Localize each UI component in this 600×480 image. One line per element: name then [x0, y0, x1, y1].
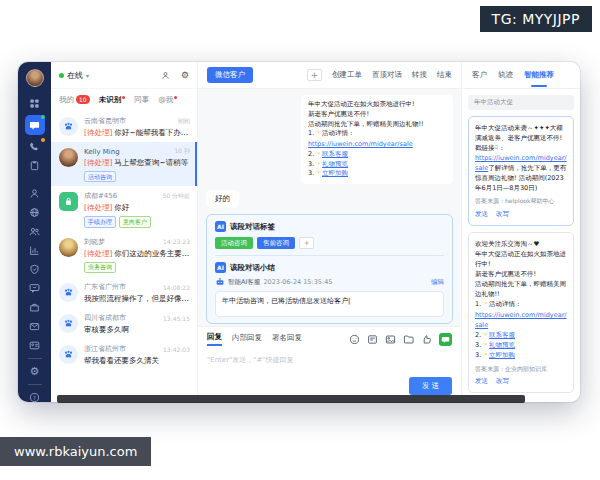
- rewrite-recommendation-link[interactable]: 改写: [496, 376, 509, 386]
- chevron-down-icon[interactable]: ▾: [86, 72, 89, 79]
- tab-colleagues[interactable]: 同事: [134, 95, 149, 105]
- recommend-link[interactable]: 礼物预览: [489, 340, 515, 350]
- recommend-link[interactable]: 立即加购: [489, 350, 515, 360]
- rewrite-recommendation-link[interactable]: 改写: [496, 209, 509, 219]
- pending-label: [待处理]: [84, 203, 112, 212]
- ai-icon: AI: [215, 221, 226, 232]
- paw-avatar: [59, 117, 78, 136]
- end-conversation-menu[interactable]: 结束: [437, 70, 452, 80]
- briefcase-icon[interactable]: [25, 299, 45, 316]
- send-recommendation-link[interactable]: 发送: [475, 376, 488, 386]
- list-item[interactable]: 云南省昆明市刚刚 [待处理]你好~能帮我看下办理的...: [51, 111, 197, 142]
- svg-text:?: ?: [33, 395, 36, 401]
- thumbs-up-icon[interactable]: [421, 334, 432, 345]
- status-bar: 在线 ▾ ⚙: [51, 62, 197, 89]
- reply-tab[interactable]: 回复: [207, 332, 222, 346]
- promo-link[interactable]: 联系客服: [322, 150, 348, 160]
- ai-tag[interactable]: 售前咨询: [257, 237, 295, 249]
- customer-avatar: [59, 148, 78, 167]
- call-icon[interactable]: [25, 138, 45, 155]
- team-icon[interactable]: [25, 223, 45, 240]
- app-window: ⚙ ? 在线 ▾ ⚙ 我的10 未识别 同事 @我: [18, 62, 580, 402]
- smile-chat-icon[interactable]: [25, 280, 45, 297]
- online-status-dot: [59, 73, 64, 78]
- tab-smart-recommend[interactable]: 智能推荐: [524, 70, 554, 80]
- ai-tag[interactable]: 活动咨询: [215, 237, 253, 249]
- window-bottom-bar: [57, 395, 525, 403]
- pointing-hand-icon: ☞: [315, 150, 321, 160]
- recommend-search-input[interactable]: 年中活动大促: [468, 95, 574, 110]
- settings-gear-icon[interactable]: ⚙: [25, 363, 45, 380]
- online-status-label[interactable]: 在线: [67, 70, 83, 81]
- tab-mentions[interactable]: @我: [158, 95, 177, 105]
- internal-reply-tab[interactable]: 内部回复: [232, 333, 262, 345]
- help-icon[interactable]: ?: [25, 389, 45, 402]
- outgoing-message: 年中大促活动正在如火如荼地进行中! 新老客户优惠送不停! 活动期间抢先下单，即赠…: [301, 95, 453, 184]
- composer: 回复 内部回复 署名回复 "Enter"发送，"#"快捷回复 发 送: [198, 326, 461, 402]
- unread-dot: [122, 96, 125, 99]
- conversation-tag: 业务咨询: [84, 262, 116, 273]
- list-item[interactable]: 刘晓梦14:23:23 [待处理]你们这边的业务主要有哪... 业务咨询: [51, 232, 197, 277]
- transfer-menu[interactable]: 转接: [412, 70, 427, 80]
- pending-label: [待处理]: [84, 249, 112, 258]
- list-item[interactable]: 成都#45650 分钟前 [待处理]你好 手续办理意向客户: [51, 186, 197, 231]
- ai-assistant-card: AI 该段对话标签 活动咨询 售前咨询 + AI 该段对话小结: [206, 214, 453, 324]
- nav-rail: ⚙ ?: [18, 62, 51, 402]
- pointing-hand-icon: ☞: [315, 129, 321, 139]
- globe-icon[interactable]: [25, 204, 45, 221]
- id-card-icon[interactable]: [25, 337, 45, 354]
- signed-reply-tab[interactable]: 署名回复: [272, 333, 302, 345]
- add-tag-button[interactable]: +: [299, 237, 314, 249]
- recommendation-card: 欢迎关注乐交海淘～♥ 年中大促活动正在如火如荼地进行中! 新老客户优惠送不停! …: [468, 232, 574, 393]
- shield-check-icon[interactable]: [25, 261, 45, 278]
- promo-link[interactable]: 立即加购: [322, 169, 348, 179]
- list-item[interactable]: 广东省广州市14:08:22 我按照流程操作了，但是好像还是...: [51, 277, 197, 308]
- list-item[interactable]: 浙江省杭州市13:42:03 帮我看看还要多久清关: [51, 339, 197, 370]
- ai-icon: AI: [215, 262, 226, 273]
- wechat-icon[interactable]: [439, 333, 452, 346]
- unread-dot: [174, 96, 177, 99]
- recommend-link[interactable]: 联系客服: [489, 330, 515, 340]
- promo-link[interactable]: 礼物预览: [322, 160, 348, 170]
- user-avatar[interactable]: [26, 69, 44, 87]
- send-button[interactable]: 发 送: [409, 377, 452, 395]
- wechat-customer-button[interactable]: 微信客户: [207, 67, 253, 83]
- pin-conversation-menu[interactable]: 置顶对话: [372, 70, 402, 80]
- text-cursor: |: [348, 297, 350, 305]
- chat-panel: 微信客户 + 创建工单 置顶对话 转接 结束 年中大促活动正在如火如荼地进行中!…: [198, 62, 461, 402]
- chat-icon[interactable]: [25, 115, 45, 135]
- list-item[interactable]: 四川省成都市13:45:15 审核要多久啊: [51, 308, 197, 339]
- emoji-icon[interactable]: [349, 334, 360, 345]
- recommend-link[interactable]: https://iuwein.com/midyear/sale: [475, 310, 567, 330]
- dashboard-grid-icon[interactable]: [25, 95, 45, 112]
- rail-divider: [28, 384, 42, 385]
- contact-icon[interactable]: [25, 185, 45, 202]
- mail-icon[interactable]: [25, 318, 45, 335]
- promo-link[interactable]: https://iuwein.com/midyear/sale: [308, 140, 413, 150]
- create-ticket-menu[interactable]: 创建工单: [332, 70, 362, 80]
- conversation-list-panel: 在线 ▾ ⚙ 我的10 未识别 同事 @我 云南省昆明市刚刚: [51, 62, 198, 402]
- settings-header-icon[interactable]: ⚙: [181, 71, 189, 80]
- quick-reply-icon[interactable]: [367, 334, 378, 345]
- list-item-selected[interactable]: Kelly Ming10 秒 [待处理]马上帮您查询~请稍等 活动咨询: [51, 142, 197, 186]
- pointing-hand-icon: ☞: [482, 299, 488, 309]
- stats-chart-icon[interactable]: [25, 242, 45, 259]
- add-tab-button[interactable]: +: [307, 69, 322, 81]
- send-recommendation-link[interactable]: 发送: [475, 209, 488, 219]
- conversation-tag: 活动咨询: [84, 171, 116, 182]
- clipboard-icon[interactable]: [25, 157, 45, 174]
- folder-icon[interactable]: [403, 334, 414, 345]
- tab-trail[interactable]: 轨迹: [498, 70, 513, 80]
- customer-avatar: [59, 238, 78, 257]
- edit-summary-link[interactable]: 编辑: [431, 278, 444, 287]
- watermark-bottom: www.rbkaiyun.com: [0, 437, 151, 466]
- summary-textarea[interactable]: 年中活动咨询，已将活动信息发送给客户|: [215, 291, 444, 317]
- rail-divider: [28, 358, 42, 359]
- image-icon[interactable]: [385, 334, 396, 345]
- tab-mine[interactable]: 我的10: [59, 95, 90, 105]
- message-input[interactable]: "Enter"发送，"#"快捷回复: [207, 355, 452, 365]
- tab-customer[interactable]: 客户: [472, 70, 487, 80]
- tab-unidentified[interactable]: 未识别: [99, 95, 126, 105]
- contact-header-icon[interactable]: [161, 71, 170, 80]
- card-divider: [215, 255, 444, 256]
